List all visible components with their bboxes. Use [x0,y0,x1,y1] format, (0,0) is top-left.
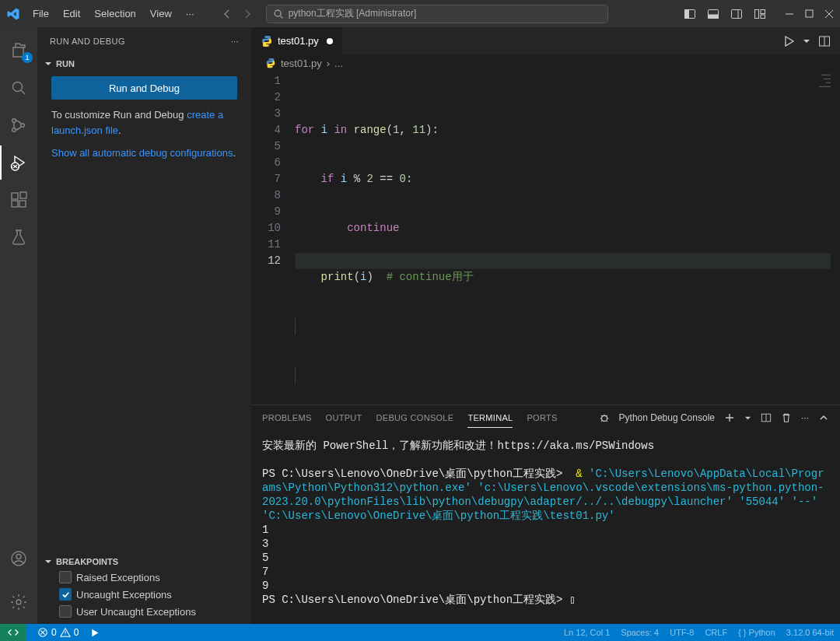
status-bar: 0 0 Ln 12, Col 1 Spaces: 4 UTF-8 CRLF { … [0,624,840,641]
run-file-icon[interactable] [782,35,795,47]
panel-tab-debug-console[interactable]: DEBUG CONSOLE [376,408,454,427]
svg-point-23 [601,415,607,421]
breadcrumb-file: test01.py [281,58,322,69]
breakpoint-label: User Uncaught Exceptions [76,606,196,618]
status-encoding[interactable]: UTF-8 [670,628,694,637]
terminal-dropdown-icon[interactable] [744,415,751,422]
minimap[interactable]: ▬▬▬▬▬▬▬▬▬▬▬▬▬▬ [819,73,831,89]
title-layout-controls [684,8,834,20]
title-bar: File Edit Selection View ··· python工程实践 … [0,0,840,27]
checkbox[interactable] [59,588,72,601]
status-ln-col[interactable]: Ln 12, Col 1 [564,628,610,637]
status-language[interactable]: { } Python [738,628,775,637]
panel-tab-problems[interactable]: PROBLEMS [262,408,312,427]
kill-terminal-icon[interactable] [781,412,792,423]
breakpoint-item[interactable]: User Uncaught Exceptions [59,605,243,618]
explorer-badge: 1 [22,52,33,63]
tab-label: test01.py [278,35,319,47]
run-and-debug-button[interactable]: Run and Debug [51,76,237,100]
layout-custom-icon[interactable] [754,8,766,20]
svg-point-11 [12,119,16,123]
sidebar-title: RUN AND DEBUG [50,37,125,46]
svg-rect-18 [20,192,26,198]
panel-tab-ports[interactable]: PORTS [527,408,557,427]
panel: PROBLEMS OUTPUT DEBUG CONSOLE TERMINAL P… [251,405,840,624]
status-interpreter[interactable]: 3.12.0 64-bit [786,628,834,637]
breakpoint-label: Raised Exceptions [76,572,160,583]
show-debug-configs-link[interactable]: Show all automatic debug configurations [51,147,233,159]
activity-extensions[interactable] [0,183,37,217]
run-dropdown-icon[interactable] [803,37,810,45]
sidebar-header: RUN AND DEBUG ··· [37,27,251,54]
activity-bar: 1 [0,27,37,624]
breadcrumb-more: ... [334,58,343,69]
chevron-down-icon [44,557,53,566]
run-section-header[interactable]: RUN [37,58,251,70]
run-help-text: To customize Run and Debug create a laun… [51,107,237,138]
svg-rect-8 [761,15,765,19]
status-eol[interactable]: CRLF [705,628,727,637]
svg-point-20 [16,555,21,559]
svg-rect-4 [709,15,719,19]
remote-indicator[interactable] [0,624,26,641]
new-terminal-icon[interactable] [724,412,735,423]
svg-point-12 [12,128,16,132]
nav-back-icon[interactable] [218,5,236,23]
window-maximize-icon[interactable] [805,9,814,18]
activity-run-debug[interactable] [0,145,37,180]
terminal-profile-label[interactable]: Python Debug Console [619,412,715,423]
vscode-logo-icon [6,7,20,21]
panel-chevron-up-icon[interactable] [818,412,829,423]
status-problems[interactable]: 0 0 [37,627,79,638]
panel-tab-terminal[interactable]: TERMINAL [467,408,513,428]
window-close-icon[interactable] [824,9,834,19]
breakpoint-item[interactable]: Uncaught Exceptions [59,588,243,601]
modified-dot-icon [327,38,333,44]
status-right: Ln 12, Col 1 Spaces: 4 UTF-8 CRLF { } Py… [564,628,834,637]
menu-view[interactable]: View [144,5,178,23]
menu-edit[interactable]: Edit [57,5,86,23]
editor-area: test01.py test01.py › ... 12345678910111… [251,27,840,624]
breakpoints-header[interactable]: BREAKPOINTS [37,555,251,568]
layout-left-icon[interactable] [684,8,696,20]
layout-right-icon[interactable] [730,8,743,20]
code-editor[interactable]: 123456789101112 for i in range(1, 11): i… [251,72,840,405]
breakpoints-section: BREAKPOINTS Raised ExceptionsUncaught Ex… [37,552,251,624]
activity-search[interactable] [0,71,37,105]
terminal-body[interactable]: 安装最新的 PowerShell，了解新功能和改进！https://aka.ms… [251,431,840,624]
menu-file[interactable]: File [26,5,55,23]
panel-more-icon[interactable]: ··· [801,412,809,423]
layout-bottom-icon[interactable] [707,8,719,20]
activity-settings[interactable] [0,585,37,619]
menu-selection[interactable]: Selection [88,5,142,23]
status-spaces[interactable]: Spaces: 4 [621,628,659,637]
sidebar-more-icon[interactable]: ··· [231,37,239,46]
command-center[interactable]: python工程实践 [Administrator] [266,5,608,23]
split-editor-icon[interactable] [818,35,831,47]
code-content[interactable]: for i in range(1, 11): if i % 2 == 0: co… [295,72,840,405]
svg-point-10 [13,82,23,92]
checkbox[interactable] [59,571,72,583]
activity-accounts[interactable] [0,541,37,576]
breadcrumbs[interactable]: test01.py › ... [251,54,840,72]
breakpoint-item[interactable]: Raised Exceptions [59,571,243,583]
split-terminal-icon[interactable] [761,412,772,423]
svg-rect-6 [755,9,759,18]
activity-testing[interactable] [0,220,37,254]
svg-rect-15 [12,193,18,199]
menu-more-icon[interactable]: ··· [180,5,201,23]
activity-explorer[interactable]: 1 [0,33,37,68]
panel-tabs: PROBLEMS OUTPUT DEBUG CONSOLE TERMINAL P… [251,405,840,431]
nav-forward-icon[interactable] [238,5,257,23]
svg-rect-16 [12,201,18,207]
status-debug-start[interactable] [89,628,100,638]
search-icon [273,9,284,19]
window-minimize-icon[interactable] [785,9,794,19]
panel-tab-output[interactable]: OUTPUT [326,408,362,427]
chevron-down-icon [44,59,53,68]
svg-point-13 [21,124,25,128]
svg-rect-2 [685,9,689,18]
checkbox[interactable] [59,605,72,618]
tab-test01[interactable]: test01.py [251,27,343,54]
activity-scm[interactable] [0,108,37,142]
